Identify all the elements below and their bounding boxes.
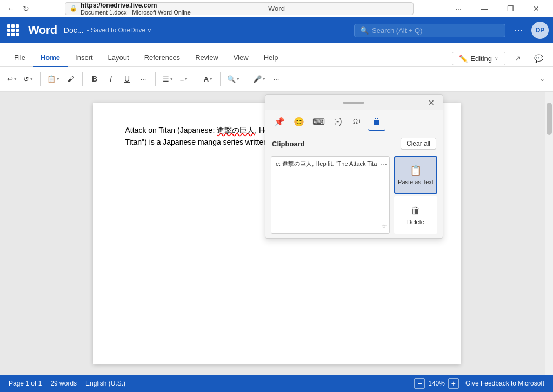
- underline-button[interactable]: U: [119, 71, 135, 87]
- title-bar: ← ↻ Word 🔒 https://onedrive.live.com Doc…: [0, 0, 553, 17]
- editing-label: Editing: [470, 55, 492, 63]
- undo-chevron-icon: ▾: [14, 76, 17, 82]
- delete-label: Delete: [407, 219, 424, 225]
- clipboard-title: Clipboard: [272, 140, 305, 148]
- clipboard-item[interactable]: e: 進撃の巨人, Hep lit. "The Attack Tita ··· …: [271, 156, 390, 234]
- delete-button[interactable]: 🗑 Delete: [394, 196, 437, 234]
- tab-home[interactable]: Home: [33, 49, 68, 67]
- italic-button[interactable]: I: [103, 71, 118, 87]
- color-group: A ▾: [201, 71, 216, 87]
- dictate-button[interactable]: 🎤 ▾: [251, 71, 268, 87]
- app-header: Word Doc... - Saved to OneDrive ∨ 🔍 ··· …: [0, 17, 553, 43]
- toolbar-more-button[interactable]: ···: [269, 71, 284, 87]
- font-color-icon: A: [204, 75, 209, 83]
- back-button[interactable]: ←: [4, 2, 17, 15]
- font-color-button[interactable]: A ▾: [201, 71, 216, 87]
- undo-group: ↩ ▾ ↺ ▾: [4, 71, 36, 87]
- scrollbar[interactable]: [545, 92, 553, 375]
- drag-handle-icon: [343, 102, 364, 104]
- clear-all-button[interactable]: Clear all: [401, 138, 436, 150]
- window-controls: ··· — ❐ ✕: [446, 0, 549, 17]
- clipboard-button[interactable]: 📋 ▾: [45, 71, 62, 87]
- clipboard-item-star-icon[interactable]: ☆: [381, 222, 387, 231]
- header-more-button[interactable]: ···: [510, 22, 527, 39]
- share-button[interactable]: ↗: [510, 50, 526, 66]
- emoji-icon-btn[interactable]: 😊: [290, 113, 308, 131]
- address-text-container: https://onedrive.live.com Document 1.doc…: [81, 2, 191, 16]
- list-group: ☰ ▾ ≡ ▾: [160, 71, 191, 87]
- font-color-chevron-icon: ▾: [210, 76, 212, 82]
- format-painter-button[interactable]: 🖌: [63, 71, 78, 87]
- minimize-button[interactable]: —: [472, 0, 497, 17]
- document-area: Attack on Titan (Japanese: 進撃の巨人, Hepbur…: [0, 92, 553, 375]
- status-bar-right: − 140% + Give Feedback to Microsoft: [414, 378, 544, 389]
- find-icon: 🔍: [227, 75, 236, 83]
- tab-layout[interactable]: Layout: [101, 49, 137, 67]
- search-input[interactable]: [372, 26, 499, 35]
- format-more-button[interactable]: ···: [136, 71, 151, 87]
- list-icon: ☰: [163, 75, 169, 83]
- popup-close-button[interactable]: ✕: [425, 97, 437, 109]
- search-icon: 🔍: [360, 26, 369, 35]
- tab-insert[interactable]: Insert: [68, 49, 101, 67]
- avatar[interactable]: DP: [531, 22, 549, 39]
- trash-icon-btn[interactable]: 🗑: [368, 113, 385, 131]
- zoom-out-button[interactable]: −: [414, 378, 425, 389]
- symbol-icon-btn[interactable]: Ω+: [349, 113, 366, 131]
- dictate-chevron-icon: ▾: [263, 76, 265, 82]
- zoom-in-button[interactable]: +: [448, 378, 459, 389]
- clipboard-chevron-icon: ▾: [57, 76, 59, 82]
- doc-name[interactable]: Doc...: [64, 26, 84, 35]
- bold-button[interactable]: B: [87, 71, 102, 87]
- keyboard-icon-btn[interactable]: ⌨: [310, 113, 327, 131]
- comments-icon: 💬: [534, 54, 543, 63]
- share-icon: ↗: [515, 54, 521, 63]
- list-button[interactable]: ☰ ▾: [160, 71, 175, 87]
- comments-button[interactable]: 💬: [530, 50, 547, 66]
- clipboard-popup: ✕ 📌 😊 ⌨ ;-) Ω+ 🗑 Clipboard Clear all e: …: [265, 94, 443, 239]
- tab-references[interactable]: References: [137, 49, 188, 67]
- find-chevron-icon: ▾: [237, 76, 239, 82]
- tab-review[interactable]: Review: [188, 49, 226, 67]
- redo-chevron-icon: ▾: [30, 76, 33, 82]
- redo-icon: ↺: [23, 75, 29, 83]
- clipboard-group: 📋 ▾ 🖌: [45, 71, 78, 87]
- popup-icon-bar: 📌 😊 ⌨ ;-) Ω+ 🗑: [265, 110, 443, 133]
- popup-header: Clipboard Clear all: [265, 133, 443, 152]
- redo-button[interactable]: ↺ ▾: [21, 71, 36, 87]
- toolbar-expand-button[interactable]: ⌄: [536, 72, 549, 85]
- divider-5: [220, 72, 221, 86]
- clipboard-item-menu-icon[interactable]: ···: [381, 159, 387, 170]
- feedback-label[interactable]: Give Feedback to Microsoft: [465, 380, 544, 387]
- divider-4: [196, 72, 196, 86]
- popup-drag-handle[interactable]: ✕: [265, 95, 443, 110]
- align-chevron-icon: ▾: [185, 76, 188, 82]
- undo-icon: ↩: [7, 75, 13, 83]
- address-bar[interactable]: 🔒 https://onedrive.live.com Document 1.d…: [65, 2, 414, 15]
- app-title: Word: [268, 4, 285, 12]
- undo-button[interactable]: ↩ ▾: [4, 71, 19, 87]
- clipboard-actions: 📋 Paste as Text 🗑 Delete: [394, 156, 437, 234]
- editing-button[interactable]: ✏️ Editing ∨: [452, 52, 505, 65]
- close-button[interactable]: ✕: [524, 0, 549, 17]
- saved-badge[interactable]: - Saved to OneDrive ∨: [86, 26, 152, 34]
- nav-buttons: ← ↻: [4, 2, 32, 15]
- pin-icon-btn[interactable]: 📌: [271, 113, 288, 131]
- maximize-button[interactable]: ❐: [498, 0, 523, 17]
- tab-help[interactable]: Help: [256, 49, 286, 67]
- ribbon-tabs: File Home Insert Layout References Revie…: [0, 43, 553, 67]
- search-group: 🔍 ▾: [225, 71, 242, 87]
- tab-file[interactable]: File: [6, 49, 33, 67]
- tab-view[interactable]: View: [226, 49, 256, 67]
- page-info: Page 1 of 1: [9, 380, 42, 387]
- paste-as-text-button[interactable]: 📋 Paste as Text: [394, 156, 437, 194]
- find-button[interactable]: 🔍 ▾: [225, 71, 242, 87]
- more-button[interactable]: ···: [446, 0, 471, 17]
- align-button[interactable]: ≡ ▾: [176, 71, 191, 87]
- search-bar[interactable]: 🔍: [354, 24, 505, 37]
- scrollbar-thumb[interactable]: [547, 103, 552, 135]
- emoticon-icon-btn[interactable]: ;-): [329, 113, 347, 131]
- waffle-button[interactable]: [4, 22, 22, 39]
- refresh-button[interactable]: ↻: [19, 2, 32, 15]
- word-count: 29 words: [50, 380, 77, 387]
